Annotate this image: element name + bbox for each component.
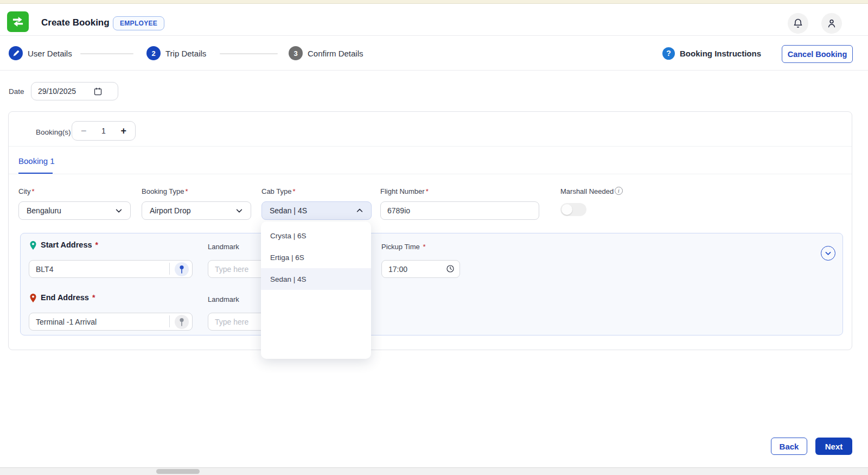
address-section: Start Address * Landmark Pickup Time *: [20, 233, 843, 335]
cab-type-value: Sedan | 4S: [270, 206, 307, 215]
start-address-label: Start Address *: [41, 240, 98, 249]
map-pin-icon: [178, 318, 185, 326]
bookings-count-label: Booking(s): [36, 128, 71, 136]
divider: [169, 315, 170, 327]
cancel-booking-button[interactable]: Cancel Booking: [782, 45, 853, 63]
city-label: City*: [18, 187, 34, 195]
cab-type-label: Cab Type*: [261, 187, 295, 195]
end-address-field: [29, 313, 193, 331]
app-logo: [7, 11, 29, 32]
step-confirm-details[interactable]: 3 Confirm Details: [289, 36, 363, 71]
logo-arrows-icon: [10, 15, 25, 29]
pickup-time-field: [381, 260, 460, 278]
browser-edge-strip: [0, 0, 868, 4]
decrement-button[interactable]: −: [81, 125, 87, 137]
pencil-icon: [12, 50, 20, 57]
divider: [169, 263, 170, 275]
booking-type-value: Airport Drop: [150, 206, 190, 215]
step3-label: Confirm Details: [308, 49, 363, 58]
end-landmark-label: Landmark: [208, 295, 239, 303]
cab-option-sedan[interactable]: Sedan | 4S: [261, 268, 371, 290]
bell-icon: [793, 18, 803, 29]
horizontal-scrollbar: [0, 467, 868, 475]
date-value: 29/10/2025: [38, 87, 76, 96]
booking-type-select[interactable]: Airport Drop: [142, 201, 251, 220]
step2-label: Trip Details: [165, 49, 206, 58]
step1-circle: [9, 46, 23, 60]
question-mark-icon: ?: [662, 47, 675, 60]
person-icon: [826, 18, 837, 29]
active-tab-underline: [18, 173, 53, 174]
increment-button[interactable]: +: [120, 125, 126, 137]
start-location-pin-icon: [29, 241, 37, 250]
step-user-details[interactable]: User Details: [9, 36, 72, 71]
chevron-down-circle-icon: [825, 250, 832, 257]
bookings-count-value: 1: [101, 126, 106, 135]
employee-badge: EMPLOYEE: [113, 16, 164, 30]
create-booking-screen: Create Booking EMPLOYEE: [0, 0, 868, 475]
cab-option-crysta[interactable]: Crysta | 6S: [261, 225, 371, 246]
back-button[interactable]: Back: [771, 438, 807, 455]
cab-option-ertiga[interactable]: Ertiga | 6S: [261, 246, 371, 268]
profile-button[interactable]: [821, 13, 842, 34]
app-header: Create Booking EMPLOYEE: [0, 4, 868, 36]
cab-type-dropdown: Crysta | 6S Ertiga | 6S Sedan | 4S: [261, 221, 371, 359]
city-select[interactable]: Bengaluru: [18, 201, 131, 220]
page-title: Create Booking: [41, 17, 110, 28]
booking-instructions-link[interactable]: ? Booking Instructions: [662, 36, 761, 71]
booking-stepper: User Details 2 Trip Details 3 Confirm De…: [0, 36, 868, 71]
start-landmark-label: Landmark: [208, 243, 239, 251]
flight-number-label: Flight Number*: [380, 187, 429, 195]
map-pin-button[interactable]: [175, 315, 189, 329]
next-button[interactable]: Next: [815, 438, 852, 455]
end-address-input[interactable]: [29, 313, 193, 331]
tab-booking-1[interactable]: Booking 1: [18, 156, 55, 171]
end-address-label: End Address *: [41, 293, 95, 302]
step2-circle: 2: [146, 46, 161, 60]
booking-type-label: Booking Type*: [142, 187, 188, 195]
booking-instructions-label: Booking Instructions: [680, 49, 761, 58]
notifications-button[interactable]: [788, 13, 808, 34]
calendar-icon[interactable]: [93, 87, 103, 96]
trip-details-card: Booking(s) − 1 + Booking 1 City* Booking…: [8, 111, 852, 350]
step-trip-details[interactable]: 2 Trip Details: [146, 36, 206, 71]
start-address-field: [29, 260, 193, 278]
bookings-counter: − 1 +: [72, 121, 136, 141]
chevron-down-icon: [115, 207, 123, 214]
divider: [9, 174, 852, 174]
step-connector: [80, 53, 133, 54]
chevron-down-icon: [235, 207, 243, 214]
flight-number-input[interactable]: [380, 201, 539, 220]
step-connector: [220, 53, 278, 54]
marshall-needed-toggle[interactable]: [560, 203, 586, 216]
info-icon[interactable]: i: [615, 187, 623, 195]
scrollbar-thumb[interactable]: [156, 469, 200, 474]
divider: [9, 146, 852, 147]
cab-type-select[interactable]: Sedan | 4S: [261, 201, 372, 220]
start-address-input[interactable]: [29, 260, 193, 278]
toggle-knob: [561, 204, 572, 215]
date-input[interactable]: 29/10/2025: [31, 82, 118, 100]
map-pin-button[interactable]: [175, 262, 189, 276]
clock-icon[interactable]: [446, 264, 455, 273]
city-value: Bengaluru: [27, 206, 61, 215]
map-pin-icon: [178, 265, 185, 274]
chevron-up-icon: [356, 207, 363, 214]
date-label: Date: [9, 87, 24, 96]
pickup-time-label: Pickup Time *: [381, 243, 426, 251]
step1-label: User Details: [28, 49, 72, 58]
marshall-needed-label: Marshall Needed: [560, 187, 614, 195]
end-location-pin-icon: [29, 294, 37, 303]
step3-circle: 3: [289, 46, 303, 60]
collapse-booking-button[interactable]: [821, 246, 835, 261]
